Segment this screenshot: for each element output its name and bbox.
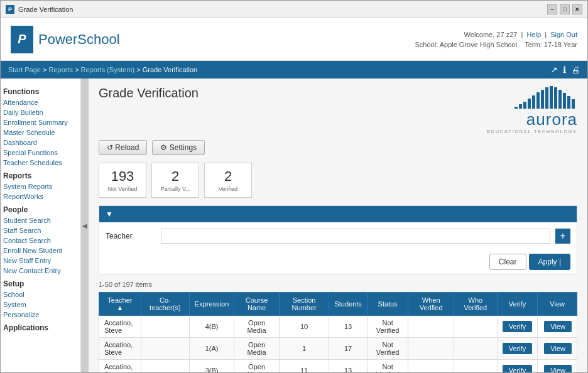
- cell-students[interactable]: 17: [329, 338, 367, 360]
- cell-section: 1: [279, 338, 329, 360]
- filter-header[interactable]: ▼: [99, 206, 577, 222]
- minimize-button[interactable]: –: [547, 4, 557, 14]
- data-table: Teacher ▲ Co-teacher(s) Expression Cours…: [99, 292, 577, 372]
- sidebar-item-master-schedule[interactable]: Master Schedule: [3, 127, 78, 138]
- sidebar-item-enroll-new-student[interactable]: Enroll New Student: [3, 246, 78, 256]
- cell-view: View: [538, 316, 577, 338]
- breadcrumb: Start Page > Reports > Reports (System) …: [8, 66, 197, 73]
- sidebar: Functions Attendance Daily Bulletin Enro…: [1, 78, 81, 372]
- content-area: Grade Verification: [89, 78, 587, 372]
- sidebar-item-system[interactable]: System: [3, 300, 78, 310]
- sidebar-toggle[interactable]: ◀: [81, 78, 89, 372]
- aurora-logo: aurora EDUCATIONAL TECHNOLOGY: [487, 86, 577, 134]
- sign-out-link[interactable]: Sign Out: [550, 31, 577, 38]
- print-icon[interactable]: 🖨: [571, 65, 580, 75]
- cell-verify: Verify: [497, 316, 538, 338]
- verify-button[interactable]: Verify: [503, 343, 533, 354]
- svg-rect-4: [532, 95, 535, 109]
- info-icon[interactable]: ℹ: [563, 65, 566, 75]
- svg-rect-9: [554, 87, 557, 109]
- col-who-verified: Who Verified: [454, 293, 497, 316]
- maximize-button[interactable]: □: [560, 4, 570, 14]
- stat-number-not-verified: 193: [111, 168, 134, 185]
- cell-when: [408, 316, 454, 338]
- sidebar-item-daily-bulletin[interactable]: Daily Bulletin: [3, 107, 78, 117]
- logo-text: PowerSchool: [38, 31, 120, 48]
- svg-rect-10: [558, 90, 562, 109]
- svg-rect-6: [541, 90, 544, 109]
- cell-expression: 1(A): [189, 338, 234, 360]
- table-row: Accatino,Steve 4(B) Open Media 10 13 Not…: [99, 316, 577, 338]
- sidebar-item-enrollment-summary[interactable]: Enrollment Summary: [3, 117, 78, 127]
- col-verify: Verify: [497, 293, 538, 316]
- svg-rect-3: [528, 99, 531, 109]
- cell-teacher: Accatino,Steve: [99, 316, 141, 338]
- cell-who: [454, 316, 497, 338]
- breadcrumb-start[interactable]: Start Page: [8, 66, 41, 73]
- logo-icon: P: [11, 26, 33, 53]
- apply-button[interactable]: Apply |: [529, 254, 570, 270]
- sidebar-item-new-staff-entry[interactable]: New Staff Entry: [3, 256, 78, 266]
- welcome-text: Welcome, 27 z27 | Help | Sign Out: [415, 31, 577, 38]
- svg-rect-13: [572, 99, 575, 109]
- breadcrumb-reports-system[interactable]: Reports (System): [81, 66, 135, 73]
- app-window: P Grade Verification – □ ✕ P PowerSchool…: [0, 0, 588, 373]
- reload-button[interactable]: ↺ Reload: [99, 140, 147, 155]
- stat-partially-verified: 2 Partially V...: [151, 163, 199, 198]
- app-header: P PowerSchool Welcome, 27 z27 | Help | S…: [1, 18, 587, 61]
- verify-button[interactable]: Verify: [503, 321, 533, 332]
- svg-rect-12: [567, 96, 570, 109]
- breadcrumb-reports[interactable]: Reports: [49, 66, 74, 73]
- sidebar-item-school[interactable]: School: [3, 289, 78, 300]
- svg-rect-11: [563, 93, 566, 109]
- cell-students[interactable]: 13: [329, 316, 367, 338]
- cell-expression: 3(B): [189, 360, 234, 373]
- view-button[interactable]: View: [544, 343, 572, 354]
- svg-rect-8: [550, 86, 553, 109]
- sidebar-section-functions: Functions: [3, 84, 78, 97]
- sidebar-item-dashboard[interactable]: Dashboard: [3, 138, 78, 148]
- cell-verify: Verify: [497, 360, 538, 373]
- view-button[interactable]: View: [544, 321, 572, 332]
- cell-co-teacher: [141, 338, 189, 360]
- verify-button[interactable]: Verify: [503, 365, 533, 372]
- sidebar-item-student-search[interactable]: Student Search: [3, 215, 78, 225]
- sidebar-item-new-contact-entry[interactable]: New Contact Entry: [3, 266, 78, 276]
- view-button[interactable]: View: [544, 365, 572, 372]
- filter-add-button[interactable]: +: [555, 229, 570, 244]
- help-link[interactable]: Help: [526, 31, 541, 38]
- page-title: Grade Verification: [99, 86, 199, 100]
- sidebar-item-reportworks[interactable]: ReportWorks: [3, 192, 78, 202]
- sidebar-section-people: People: [3, 202, 78, 215]
- sidebar-item-special-functions[interactable]: Special Functions: [3, 148, 78, 158]
- sidebar-item-contact-search[interactable]: Contact Search: [3, 235, 78, 246]
- cell-course: Open Media: [234, 360, 280, 373]
- filter-teacher-label: Teacher: [106, 232, 156, 241]
- sidebar-section-setup: Setup: [3, 276, 78, 289]
- external-link-icon[interactable]: ↗: [550, 65, 558, 75]
- cell-view: View: [538, 338, 577, 360]
- sidebar-item-staff-search[interactable]: Staff Search: [3, 225, 78, 235]
- settings-button[interactable]: ⚙ Settings: [152, 140, 205, 155]
- svg-rect-7: [545, 87, 548, 109]
- col-teacher[interactable]: Teacher ▲: [99, 293, 141, 316]
- stat-verified: 2 Verified: [204, 163, 252, 198]
- filter-teacher-input[interactable]: [161, 229, 550, 244]
- svg-rect-2: [523, 102, 526, 109]
- aurora-sub-text: EDUCATIONAL TECHNOLOGY: [487, 129, 577, 134]
- breadcrumb-bar: Start Page > Reports > Reports (System) …: [1, 61, 587, 78]
- sidebar-item-personalize[interactable]: Personalize: [3, 310, 78, 320]
- col-students: Students: [329, 293, 367, 316]
- clear-button[interactable]: Clear: [489, 254, 526, 270]
- stat-label-partial: Partially V...: [160, 186, 190, 192]
- stat-label-verified: Verified: [219, 186, 237, 192]
- cell-course: Open Media: [234, 316, 280, 338]
- table-header-row: Teacher ▲ Co-teacher(s) Expression Cours…: [99, 293, 577, 316]
- stat-number-partial: 2: [172, 168, 179, 185]
- sidebar-item-attendance[interactable]: Attendance: [3, 97, 78, 107]
- sidebar-item-system-reports[interactable]: System Reports: [3, 181, 78, 192]
- sidebar-item-teacher-schedules[interactable]: Teacher Schedules: [3, 158, 78, 168]
- cell-students[interactable]: 13: [329, 360, 367, 373]
- main-layout: Functions Attendance Daily Bulletin Enro…: [1, 78, 587, 372]
- close-button[interactable]: ✕: [572, 4, 582, 14]
